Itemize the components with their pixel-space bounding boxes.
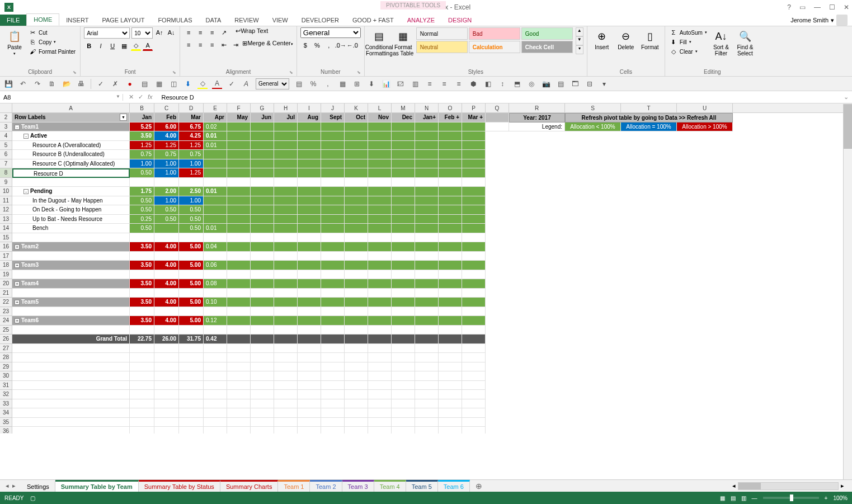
row-header[interactable]: 31 (0, 381, 12, 390)
underline-button[interactable]: U (107, 41, 117, 51)
legend-equal[interactable]: Allocation = 100% (621, 123, 677, 132)
sheet-nav-first-icon[interactable]: ◂ (6, 482, 9, 489)
border-button[interactable]: ▦ (119, 41, 129, 51)
cancel-formula-icon[interactable]: ✕ (129, 93, 134, 101)
view-page-break-icon[interactable]: ▥ (741, 495, 746, 501)
tab-file[interactable]: FILE (0, 15, 26, 26)
row-header[interactable]: 9 (0, 178, 12, 187)
row-header[interactable]: 21 (0, 289, 12, 298)
clipboard-launcher-icon[interactable]: ⬊ (73, 70, 77, 75)
zoom-out-icon[interactable]: — (752, 495, 757, 501)
font-size-select[interactable]: 10 (131, 27, 153, 39)
format-painter-button[interactable]: 🖌Format Painter (27, 48, 77, 55)
worksheet-grid[interactable]: ABCDEFGHIJKLMNOPQRSTU 2Row Labels▼JanFeb… (0, 103, 852, 434)
gallery-up-icon[interactable]: ▲ (576, 27, 583, 36)
row-header[interactable]: 4 (0, 131, 12, 141)
legend-label[interactable]: Legend: (509, 123, 565, 132)
qat-btn14[interactable]: , (323, 79, 333, 89)
qat-btn31[interactable]: 🗔 (570, 79, 580, 89)
view-normal-icon[interactable]: ▦ (720, 495, 725, 501)
expand-icon[interactable]: + (15, 300, 20, 305)
col-header-R[interactable]: R (509, 103, 565, 112)
cell-styles-gallery[interactable]: Normal Bad Good Neutral Calculation Chec… (416, 27, 573, 53)
tab-insert[interactable]: INSERT (59, 15, 95, 26)
style-bad[interactable]: Bad (469, 27, 520, 40)
style-calculation[interactable]: Calculation (469, 41, 520, 53)
tab-analyze[interactable]: ANALYZE (401, 15, 441, 26)
decrease-font-icon[interactable]: A↓ (166, 27, 176, 37)
col-header-T[interactable]: T (621, 103, 677, 112)
sheet-tab[interactable]: Settings (21, 480, 55, 492)
zoom-slider[interactable] (763, 497, 819, 499)
format-as-table-button[interactable]: ▦Format as Table (392, 27, 415, 56)
qat-open-icon[interactable]: 📂 (62, 79, 72, 89)
qat-btn22[interactable]: ≡ (439, 79, 449, 89)
qat-btn8[interactable]: ◇ (197, 79, 208, 89)
style-normal[interactable]: Normal (416, 27, 468, 40)
row-header[interactable]: 19 (0, 270, 12, 280)
align-bottom-icon[interactable]: ≡ (207, 27, 217, 37)
col-header-M[interactable]: M (392, 103, 415, 112)
gallery-down-icon[interactable]: ▼ (576, 36, 583, 45)
col-header-I[interactable]: I (298, 103, 321, 112)
align-center-icon[interactable]: ≡ (195, 40, 205, 50)
qat-redo-icon[interactable]: ↷ (32, 79, 43, 89)
align-top-icon[interactable]: ≡ (183, 27, 194, 37)
row-header[interactable]: 8 (0, 168, 12, 178)
sheet-tab[interactable]: Summary Table by Team (55, 480, 139, 492)
qat-btn3[interactable]: ● (125, 79, 135, 89)
macro-record-icon[interactable]: ▢ (30, 495, 35, 501)
col-header-O[interactable]: O (439, 103, 462, 112)
row-header[interactable]: 15 (0, 233, 12, 243)
row-header[interactable]: 32 (0, 390, 12, 399)
qat-btn28[interactable]: ◎ (526, 79, 536, 89)
sheet-tab[interactable]: Summary Charts (220, 480, 279, 492)
user-dropdown-icon[interactable]: ▾ (831, 17, 834, 24)
sheet-tab[interactable]: Team 2 (310, 480, 342, 492)
year-box[interactable]: Year: 2017 (509, 113, 565, 123)
col-header-A[interactable]: A (12, 103, 130, 112)
tab-view[interactable]: VIEW (266, 15, 295, 26)
row-header[interactable]: 20 (0, 279, 12, 289)
sheet-tab[interactable]: Team 6 (438, 480, 470, 492)
row-header[interactable]: 26 (0, 335, 12, 344)
font-name-select[interactable]: Arial (84, 27, 130, 39)
row-header[interactable]: 16 (0, 242, 12, 252)
horizontal-scrollbar[interactable]: ◂▸ (488, 482, 852, 490)
format-cells-button[interactable]: ▯Format (639, 27, 661, 50)
row-header[interactable]: 36 (0, 427, 12, 434)
col-header-K[interactable]: K (345, 103, 368, 112)
fill-color-button[interactable]: ◇ (131, 41, 141, 51)
avatar[interactable] (836, 15, 848, 26)
row-header[interactable]: 25 (0, 326, 12, 335)
expand-icon[interactable]: + (15, 244, 20, 249)
close-icon[interactable]: ✕ (844, 3, 849, 11)
indent-decrease-icon[interactable]: ⇤ (219, 40, 229, 50)
expand-icon[interactable]: - (23, 134, 29, 139)
qat-btn13[interactable]: % (308, 79, 318, 89)
indent-increase-icon[interactable]: ⇥ (230, 40, 241, 50)
tab-data[interactable]: DATA (199, 15, 228, 26)
cut-button[interactable]: ✂Cut (27, 29, 77, 36)
row-header[interactable]: 22 (0, 298, 12, 307)
formula-expand-icon[interactable]: ⌄ (840, 93, 852, 101)
sheet-tab[interactable]: Summary Table by Status (139, 480, 220, 492)
expand-icon[interactable]: + (15, 318, 20, 323)
row-header[interactable]: 11 (0, 196, 12, 206)
qat-btn11[interactable]: A (241, 79, 251, 89)
clear-button[interactable]: ◇Clear▾ (669, 48, 708, 55)
tab-design[interactable]: DESIGN (441, 15, 478, 26)
qat-btn20[interactable]: ▥ (410, 79, 420, 89)
maximize-icon[interactable]: ☐ (829, 3, 835, 11)
qat-undo-icon[interactable]: ↶ (18, 79, 28, 89)
qat-btn5[interactable]: ▦ (154, 79, 164, 89)
fx-icon[interactable]: fx (148, 93, 153, 101)
align-left-icon[interactable]: ≡ (183, 40, 194, 50)
select-all-corner[interactable] (0, 103, 12, 112)
number-format-select[interactable]: General (300, 27, 361, 38)
delete-cells-button[interactable]: ⊖Delete (615, 27, 637, 50)
qat-btn1[interactable]: ✓ (96, 79, 106, 89)
row-header[interactable]: 24 (0, 316, 12, 326)
legend-under[interactable]: Allocation < 100% (565, 123, 621, 132)
qat-btn26[interactable]: ↕ (497, 79, 507, 89)
